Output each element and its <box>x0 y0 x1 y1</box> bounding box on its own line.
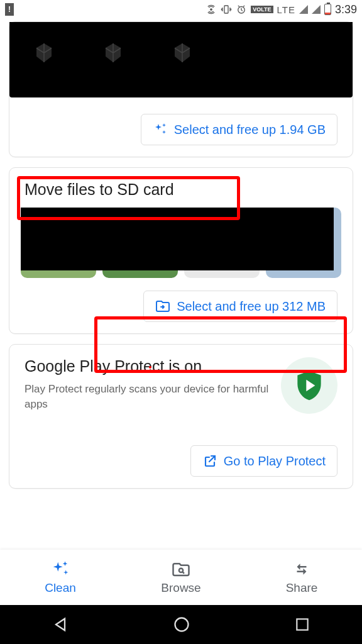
card-title: Move files to SD card <box>9 168 353 208</box>
annotation-dot <box>149 366 151 369</box>
alert-notification-icon: ! <box>5 3 14 16</box>
redaction-overlay <box>21 208 334 270</box>
nav-share[interactable]: Share <box>241 550 362 605</box>
vibrate-icon <box>221 4 232 15</box>
select-free-up-button[interactable]: Select and free up 1.94 GB <box>141 114 337 145</box>
app-icon <box>167 37 198 69</box>
hotspot-icon <box>206 4 217 15</box>
app-icon <box>97 37 129 69</box>
nav-label: Browse <box>161 581 200 595</box>
card-subtitle: Play Protect regularly scans your device… <box>25 382 281 412</box>
recents-icon[interactable] <box>294 616 310 633</box>
folder-search-icon <box>172 560 190 579</box>
go-to-play-protect-button[interactable]: Go to Play Protect <box>190 445 337 477</box>
alarm-icon <box>236 4 247 15</box>
nav-label: Clean <box>45 581 76 595</box>
app-thumbnails-redacted <box>9 22 353 97</box>
svg-rect-5 <box>297 619 307 630</box>
button-label: Go to Play Protect <box>224 454 326 469</box>
signal-sim1-icon <box>299 5 308 14</box>
swap-icon <box>292 560 311 579</box>
shield-play-icon <box>292 368 327 403</box>
battery-icon <box>324 4 331 15</box>
svg-point-4 <box>175 618 188 631</box>
volte-badge: VOLTE <box>251 6 273 13</box>
clock-time: 3:39 <box>335 3 357 16</box>
svg-point-0 <box>210 8 212 11</box>
svg-point-3 <box>179 569 183 572</box>
card-title: Google Play Protect is on <box>25 357 281 375</box>
move-to-folder-icon <box>155 299 170 314</box>
nav-clean[interactable]: Clean <box>0 550 121 605</box>
back-icon[interactable] <box>52 616 69 633</box>
play-protect-badge <box>281 357 337 414</box>
network-label: LTE <box>277 4 295 15</box>
select-free-up-sd-button[interactable]: Select and free up 312 MB <box>143 291 337 322</box>
status-bar: ! VOLTE LTE 3:39 <box>0 0 362 19</box>
button-label: Select and free up 1.94 GB <box>174 123 326 137</box>
bottom-nav: Clean Browse Share <box>0 550 362 605</box>
home-icon[interactable] <box>173 616 190 633</box>
move-to-sd-card: Move files to SD card Select and free up… <box>9 167 353 334</box>
svg-rect-1 <box>224 6 228 13</box>
signal-sim2-icon <box>312 5 321 14</box>
button-label: Select and free up 312 MB <box>177 299 326 314</box>
nav-browse[interactable]: Browse <box>121 550 241 605</box>
play-protect-card: Google Play Protect is on Play Protect r… <box>9 344 353 489</box>
file-thumbnails <box>21 208 341 278</box>
sparkle-icon <box>51 560 70 579</box>
app-icon <box>28 37 60 69</box>
system-nav-bar <box>0 605 362 644</box>
cleanup-card: Select and free up 1.94 GB <box>9 21 353 157</box>
sparkle-icon <box>153 122 168 137</box>
nav-label: Share <box>286 581 318 595</box>
open-external-icon <box>202 453 217 469</box>
